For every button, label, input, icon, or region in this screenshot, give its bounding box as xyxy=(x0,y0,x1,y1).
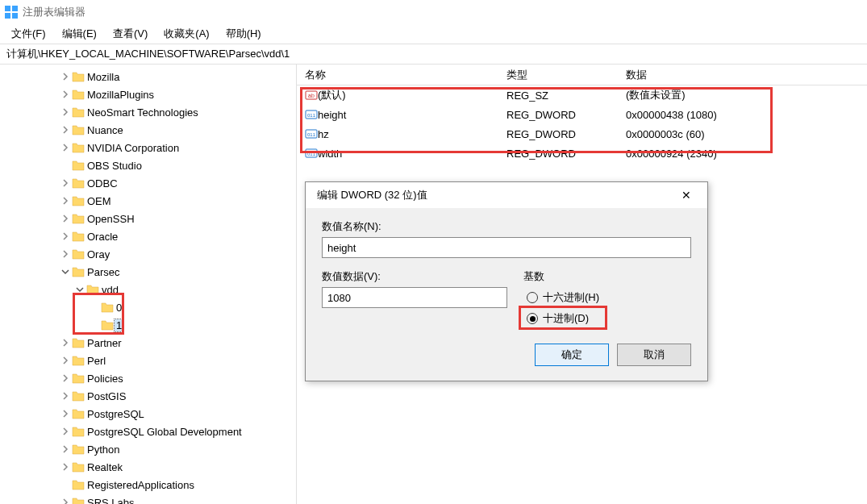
ok-button[interactable]: 确定 xyxy=(535,344,609,366)
chevron-right-icon[interactable] xyxy=(60,463,71,471)
tree-item[interactable]: Oracle xyxy=(0,227,296,245)
chevron-right-icon[interactable] xyxy=(60,144,71,152)
menu-view[interactable]: 查看(V) xyxy=(105,25,156,43)
value-name-input[interactable] xyxy=(322,237,691,258)
chevron-right-icon[interactable] xyxy=(60,215,71,223)
chevron-right-icon[interactable] xyxy=(60,356,71,364)
folder-icon xyxy=(71,142,85,153)
chevron-right-icon[interactable] xyxy=(60,108,71,116)
folder-icon xyxy=(71,266,85,277)
tree-item[interactable]: PostgreSQL xyxy=(0,405,296,423)
tree-item-label: Nuance xyxy=(85,124,123,136)
tree-item[interactable]: MozillaPlugins xyxy=(0,85,296,103)
value-row[interactable]: ab(默认)REG_SZ(数值未设置) xyxy=(297,85,867,105)
svg-rect-0 xyxy=(5,6,10,11)
radio-hex[interactable]: 十六进制(H) xyxy=(523,287,691,308)
chevron-right-icon[interactable] xyxy=(60,374,71,382)
folder-icon xyxy=(100,302,115,313)
folder-icon xyxy=(71,479,85,490)
radio-icon xyxy=(527,292,538,303)
value-row[interactable]: 011widthREG_DWORD0x00000924 (2340) xyxy=(297,144,867,163)
folder-icon xyxy=(71,497,85,504)
menu-help[interactable]: 帮助(H) xyxy=(218,25,269,43)
chevron-right-icon[interactable] xyxy=(60,410,71,418)
value-data-label: 数值数据(V): xyxy=(322,269,507,284)
string-value-icon: ab xyxy=(300,89,318,102)
dialog-close-button[interactable]: ✕ xyxy=(670,184,702,206)
tree-item[interactable]: Nuance xyxy=(0,121,296,139)
menu-file[interactable]: 文件(F) xyxy=(3,25,54,43)
chevron-right-icon[interactable] xyxy=(60,427,71,435)
tree-item[interactable]: Mozilla xyxy=(0,68,296,85)
column-header-data[interactable]: 数据 xyxy=(626,68,867,82)
tree-item[interactable]: vdd xyxy=(0,281,296,298)
tree-item-label: RegisteredApplications xyxy=(85,479,194,491)
tree-item-label: SRS Labs xyxy=(85,497,135,505)
tree-item[interactable]: PostGIS xyxy=(0,387,296,405)
tree-item[interactable]: SRS Labs xyxy=(0,494,296,504)
value-row[interactable]: 011heightREG_DWORD0x00000438 (1080) xyxy=(297,105,867,124)
dialog-titlebar[interactable]: 编辑 DWORD (32 位)值 ✕ xyxy=(306,182,707,208)
chevron-right-icon[interactable] xyxy=(60,179,71,187)
tree-item[interactable]: NVIDIA Corporation xyxy=(0,139,296,156)
cancel-button[interactable]: 取消 xyxy=(617,344,691,366)
chevron-down-icon[interactable] xyxy=(74,285,85,294)
column-header-name[interactable]: 名称 xyxy=(297,68,506,82)
tree-item-label: OEM xyxy=(85,195,111,207)
tree-item[interactable]: Parsec xyxy=(0,263,296,281)
tree-item[interactable]: Oray xyxy=(0,245,296,263)
chevron-right-icon[interactable] xyxy=(60,250,71,258)
tree-item[interactable]: 0 xyxy=(0,298,296,316)
chevron-down-icon[interactable] xyxy=(60,268,71,276)
folder-icon xyxy=(71,195,85,206)
chevron-right-icon[interactable] xyxy=(60,498,71,504)
tree-pane[interactable]: MozillaMozillaPluginsNeoSmart Technologi… xyxy=(0,65,297,504)
tree-item[interactable]: PostgreSQL Global Development xyxy=(0,423,296,440)
chevron-right-icon[interactable] xyxy=(60,90,71,98)
tree-item[interactable]: OpenSSH xyxy=(0,210,296,227)
column-header-type[interactable]: 类型 xyxy=(506,68,626,82)
folder-icon xyxy=(71,337,85,348)
value-name-label: 数值名称(N): xyxy=(322,219,691,234)
folder-icon xyxy=(71,390,85,402)
tree-item[interactable]: RegisteredApplications xyxy=(0,476,296,494)
chevron-right-icon[interactable] xyxy=(60,392,71,400)
menu-edit[interactable]: 编辑(E) xyxy=(54,25,105,43)
tree-item-label: Perl xyxy=(85,355,106,367)
value-data: 0x0000003c (60) xyxy=(626,128,867,140)
menubar: 文件(F) 编辑(E) 查看(V) 收藏夹(A) 帮助(H) xyxy=(0,24,867,44)
tree-item[interactable]: 1 xyxy=(0,316,296,334)
tree-item[interactable]: OEM xyxy=(0,192,296,210)
tree-item-label: Oracle xyxy=(85,231,118,243)
tree-item[interactable]: Policies xyxy=(0,369,296,387)
chevron-right-icon[interactable] xyxy=(60,197,71,205)
dialog-title: 编辑 DWORD (32 位)值 xyxy=(317,188,427,202)
tree-item[interactable]: OBS Studio xyxy=(0,156,296,174)
tree-item-label: PostGIS xyxy=(85,390,126,402)
radio-hex-label: 十六进制(H) xyxy=(543,290,599,305)
value-data-input[interactable] xyxy=(322,287,507,308)
svg-rect-2 xyxy=(5,13,10,19)
tree-item-label: Mozilla xyxy=(85,71,119,83)
value-row[interactable]: 011hzREG_DWORD0x0000003c (60) xyxy=(297,124,867,144)
svg-text:011: 011 xyxy=(307,132,316,137)
radio-dec[interactable]: 十进制(D) xyxy=(523,308,691,329)
chevron-right-icon[interactable] xyxy=(60,126,71,134)
tree-item[interactable]: Python xyxy=(0,440,296,458)
svg-text:011: 011 xyxy=(307,113,316,118)
chevron-right-icon[interactable] xyxy=(60,339,71,347)
tree-item[interactable]: ODBC xyxy=(0,174,296,192)
tree-item-label: Python xyxy=(85,444,119,456)
svg-text:ab: ab xyxy=(308,93,315,98)
tree-item[interactable]: NeoSmart Technologies xyxy=(0,103,296,121)
tree-item[interactable]: Realtek xyxy=(0,458,296,476)
tree-item-label: vdd xyxy=(100,284,119,296)
menu-favorites[interactable]: 收藏夹(A) xyxy=(156,25,217,43)
chevron-right-icon[interactable] xyxy=(60,445,71,453)
tree-item[interactable]: Partner xyxy=(0,334,296,352)
tree-item-label: Oray xyxy=(85,248,110,260)
tree-item[interactable]: Perl xyxy=(0,352,296,369)
chevron-right-icon[interactable] xyxy=(60,232,71,240)
addressbar[interactable]: 计算机\HKEY_LOCAL_MACHINE\SOFTWARE\Parsec\v… xyxy=(0,44,867,65)
chevron-right-icon[interactable] xyxy=(60,73,71,81)
